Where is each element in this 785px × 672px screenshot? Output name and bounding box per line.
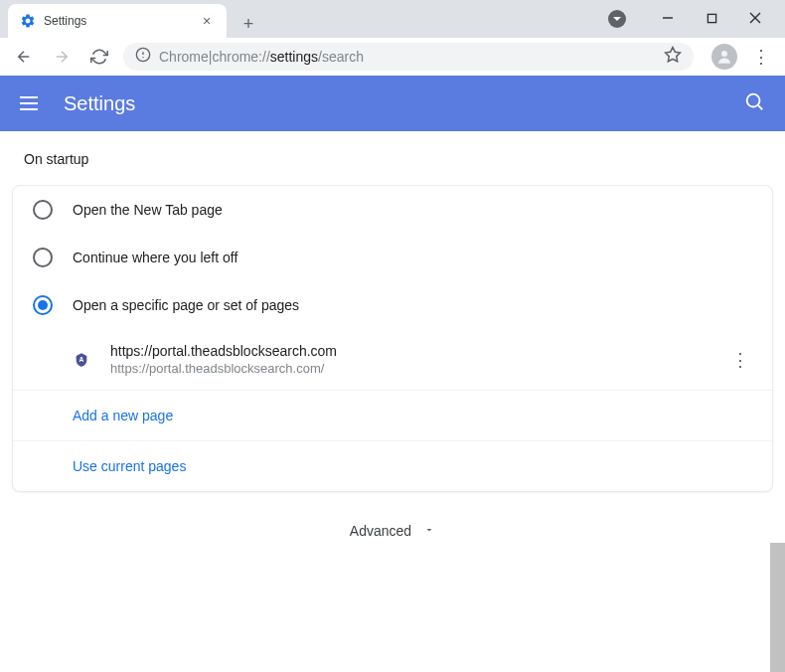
browser-tab[interactable]: Settings × bbox=[8, 4, 227, 38]
site-info-icon[interactable] bbox=[135, 47, 151, 67]
chrome-menu-icon[interactable]: ⋮ bbox=[747, 43, 775, 71]
tab-title: Settings bbox=[44, 14, 199, 28]
reload-button[interactable] bbox=[85, 43, 113, 71]
page-name: https://portal.theadsblocksearch.com bbox=[110, 343, 728, 359]
chevron-down-icon bbox=[423, 522, 435, 540]
add-page-row: Add a new page bbox=[13, 390, 772, 440]
svg-point-6 bbox=[142, 57, 143, 58]
radio-label: Open a specific page or set of pages bbox=[73, 297, 299, 313]
search-icon[interactable] bbox=[743, 90, 765, 116]
svg-marker-7 bbox=[666, 48, 681, 62]
radio-label: Continue where you left off bbox=[73, 250, 237, 265]
page-title: Settings bbox=[64, 92, 743, 115]
window-close-icon[interactable] bbox=[745, 8, 765, 28]
tab-bar: Settings × + bbox=[0, 0, 785, 38]
advanced-label: Advanced bbox=[350, 523, 411, 539]
startup-card: Open the New Tab page Continue where you… bbox=[12, 185, 773, 492]
scrollbar-thumb[interactable] bbox=[770, 543, 785, 672]
url-text: Chrome | chrome://settings/search bbox=[159, 49, 364, 65]
svg-point-9 bbox=[747, 94, 760, 107]
svg-point-8 bbox=[721, 51, 727, 57]
window-controls bbox=[638, 0, 785, 36]
back-button[interactable] bbox=[10, 43, 38, 71]
radio-new-tab[interactable]: Open the New Tab page bbox=[13, 186, 772, 234]
shield-icon: A bbox=[73, 351, 90, 369]
settings-gear-icon bbox=[20, 13, 36, 29]
section-heading: On startup bbox=[0, 131, 785, 185]
add-page-link[interactable]: Add a new page bbox=[73, 408, 173, 423]
page-url: https://portal.theadsblocksearch.com/ bbox=[110, 361, 728, 376]
use-current-link[interactable]: Use current pages bbox=[73, 458, 186, 474]
radio-icon[interactable] bbox=[33, 295, 53, 315]
radio-continue[interactable]: Continue where you left off bbox=[13, 234, 772, 281]
new-tab-button[interactable]: + bbox=[235, 10, 262, 38]
address-bar: Chrome | chrome://settings/search ⋮ bbox=[0, 38, 785, 76]
minimize-icon[interactable] bbox=[658, 8, 678, 28]
hamburger-menu-icon[interactable] bbox=[20, 91, 44, 115]
content-area: On startup Open the New Tab page Continu… bbox=[0, 131, 785, 672]
page-info: https://portal.theadsblocksearch.com htt… bbox=[110, 343, 728, 376]
account-badge-icon[interactable] bbox=[608, 10, 626, 28]
maximize-icon[interactable] bbox=[702, 8, 721, 28]
radio-label: Open the New Tab page bbox=[73, 202, 223, 218]
close-icon[interactable]: × bbox=[199, 13, 215, 29]
svg-line-10 bbox=[758, 105, 762, 109]
settings-header: Settings bbox=[0, 76, 785, 131]
svg-rect-1 bbox=[707, 14, 715, 22]
bookmark-star-icon[interactable] bbox=[664, 46, 682, 68]
advanced-toggle[interactable]: Advanced bbox=[0, 492, 785, 570]
profile-avatar[interactable] bbox=[711, 44, 737, 70]
forward-button[interactable] bbox=[48, 43, 76, 71]
more-actions-icon[interactable]: ⋮ bbox=[728, 349, 752, 371]
use-current-row: Use current pages bbox=[13, 440, 772, 491]
startup-page-row: A https://portal.theadsblocksearch.com h… bbox=[13, 329, 772, 390]
omnibox[interactable]: Chrome | chrome://settings/search bbox=[123, 43, 694, 71]
radio-icon[interactable] bbox=[33, 248, 53, 267]
svg-text:A: A bbox=[79, 356, 84, 363]
radio-icon[interactable] bbox=[33, 200, 53, 220]
radio-specific-page[interactable]: Open a specific page or set of pages bbox=[13, 281, 772, 329]
